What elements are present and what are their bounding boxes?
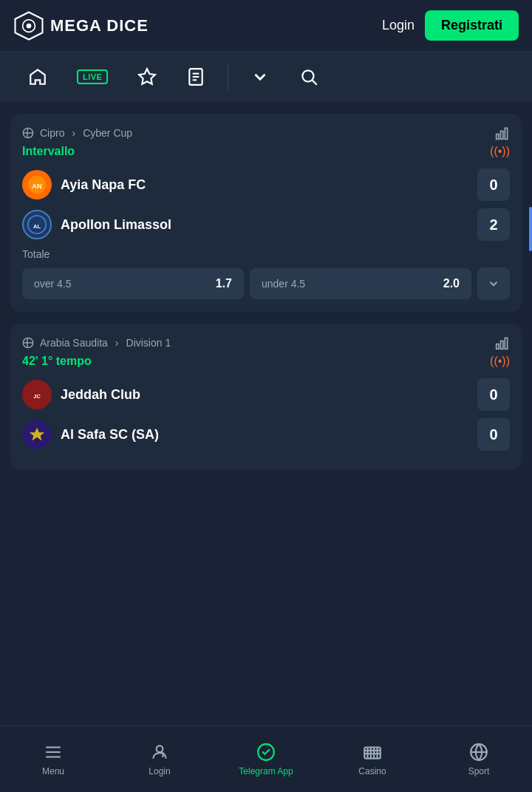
football-icon-2: [22, 337, 34, 349]
register-button[interactable]: Registrati: [425, 10, 519, 41]
match-card-2: Arabia Saudita › Division 1 42' 1° tempo…: [10, 324, 522, 470]
bet-under-btn[interactable]: under 4.5 2.0: [250, 268, 471, 299]
svg-text:AN: AN: [32, 182, 42, 190]
menu-icon: [44, 742, 63, 762]
nav-dropdown[interactable]: [236, 52, 284, 102]
score-alsafa: 0: [477, 418, 510, 451]
svg-text:JC: JC: [33, 393, 41, 400]
status-text-2: 42' 1° tempo: [22, 355, 92, 368]
team-info-alsafa: Al Safa SC (SA): [22, 420, 159, 449]
svg-point-29: [157, 745, 163, 752]
live-badge: LIVE: [77, 69, 108, 84]
bottom-nav-login-label: Login: [149, 766, 170, 776]
team-logo-apollon: AL: [22, 210, 52, 239]
nav-search[interactable]: [284, 52, 333, 102]
bottom-nav-menu[interactable]: Menu: [0, 742, 106, 776]
nav-betslip[interactable]: [171, 52, 220, 102]
apollon-logo: AL: [27, 214, 47, 235]
league-name-1: Cyber Cup: [83, 127, 132, 139]
team-info-2: AL Apollon Limassol: [22, 210, 171, 239]
live-indicator-1: ((•)): [490, 145, 510, 158]
login-button[interactable]: Login: [382, 18, 415, 33]
live-indicator-2: ((•)): [490, 355, 510, 368]
bottom-nav-telegram[interactable]: Telegram App: [213, 742, 319, 776]
league-sep-1: ›: [72, 127, 75, 139]
svg-rect-11: [497, 134, 499, 140]
svg-marker-3: [140, 69, 156, 84]
bottom-nav: Menu Login Telegram App Casino: [0, 726, 532, 792]
team-row-jeddah: JC Jeddah Club 0: [22, 378, 510, 411]
betslip-icon: [186, 67, 205, 86]
team-name-jeddah: Jeddah Club: [61, 387, 140, 403]
match-league-1: Cipro › Cyber Cup: [22, 126, 510, 140]
home-icon: [28, 67, 47, 86]
svg-rect-19: [497, 344, 499, 349]
league-info-2: Arabia Saudita › Division 1: [22, 337, 171, 349]
team-row-alsafa: Al Safa SC (SA) 0: [22, 418, 510, 451]
bottom-nav-sport[interactable]: Sport: [426, 742, 532, 776]
sport-icon: [469, 742, 488, 762]
login-icon: [150, 742, 169, 762]
bottom-nav-casino[interactable]: Casino: [319, 742, 426, 776]
svg-line-9: [313, 81, 317, 85]
header: MEGA DICE Login Registrati: [0, 0, 532, 52]
svg-rect-20: [501, 341, 503, 349]
team-logo-alsafa: [22, 420, 52, 449]
football-icon: [22, 127, 34, 139]
svg-rect-21: [505, 338, 507, 349]
team-name-ayia: Ayia Napa FC: [61, 177, 146, 193]
nav-favorites[interactable]: [123, 52, 171, 102]
league-country-1: Cipro: [40, 127, 64, 139]
bottom-nav-casino-label: Casino: [358, 766, 386, 776]
team-row-2: AL Apollon Limassol 2: [22, 208, 510, 241]
betting-row-1: over 4.5 1.7 under 4.5 2.0: [22, 267, 510, 300]
totale-label-1: Totale: [22, 248, 510, 260]
stats-icon-2: [495, 335, 510, 350]
chevron-down-icon-bet: [487, 277, 500, 290]
nav-bar: LIVE: [0, 52, 532, 102]
casino-icon: [363, 742, 382, 762]
team-info-1: AN Ayia Napa FC: [22, 170, 146, 199]
league-sep-2: ›: [115, 337, 119, 349]
main-content: Cipro › Cyber Cup Intervallo ((•)) AN: [0, 102, 532, 544]
jeddah-logo: JC: [27, 384, 47, 405]
team-name-apollon: Apollon Limassol: [61, 217, 171, 233]
team-info-jeddah: JC Jeddah Club: [22, 380, 140, 409]
svg-rect-13: [505, 128, 507, 139]
bet-over-odds: 1.7: [216, 277, 232, 290]
bottom-nav-telegram-label: Telegram App: [239, 766, 293, 776]
nav-divider: [228, 64, 228, 90]
team-row-1: AN Ayia Napa FC 0: [22, 168, 510, 201]
svg-text:AL: AL: [33, 223, 41, 230]
chevron-down-icon: [250, 67, 270, 86]
bet-over-btn[interactable]: over 4.5 1.7: [22, 268, 244, 299]
bottom-nav-login[interactable]: Login: [106, 742, 213, 776]
alsafa-logo: [27, 424, 47, 445]
nav-home[interactable]: [13, 52, 62, 102]
telegram-icon: [256, 742, 276, 762]
match-league-2: Arabia Saudita › Division 1: [22, 335, 510, 350]
svg-rect-12: [501, 132, 503, 140]
league-name-2: Division 1: [126, 337, 171, 349]
score-ayia: 0: [477, 168, 510, 201]
score-apollon: 2: [477, 208, 510, 241]
logo-text: MEGA DICE: [50, 16, 149, 35]
stats-icon-1: [495, 126, 510, 140]
match-status-2: 42' 1° tempo ((•)): [22, 355, 510, 368]
bottom-nav-sport-label: Sport: [468, 766, 490, 776]
svg-point-2: [27, 23, 32, 28]
team-logo-ayia: AN: [22, 170, 52, 199]
nav-live[interactable]: LIVE: [62, 52, 123, 102]
match-card-1: Cipro › Cyber Cup Intervallo ((•)) AN: [10, 114, 522, 312]
bet-under-label: under 4.5: [262, 278, 305, 290]
league-info-1: Cipro › Cyber Cup: [22, 127, 132, 139]
score-jeddah: 0: [477, 378, 510, 411]
team-logo-jeddah: JC: [22, 380, 52, 409]
svg-point-8: [303, 70, 314, 81]
ayia-logo: AN: [27, 174, 47, 195]
bottom-nav-menu-label: Menu: [42, 766, 64, 776]
bet-under-odds: 2.0: [443, 277, 460, 290]
team-name-alsafa: Al Safa SC (SA): [61, 427, 159, 443]
more-btn-1[interactable]: [477, 267, 510, 300]
status-text-1: Intervallo: [22, 145, 75, 158]
